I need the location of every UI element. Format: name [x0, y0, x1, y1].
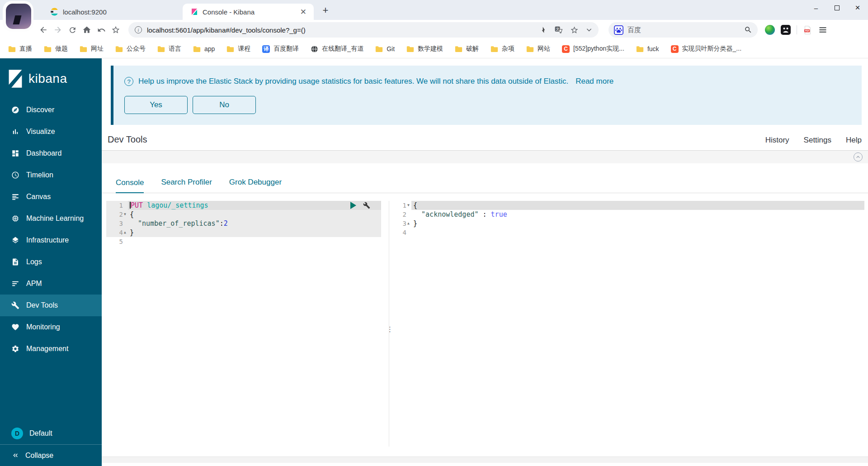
- avatar[interactable]: [6, 4, 31, 29]
- bookmark-item[interactable]: Git: [375, 45, 395, 52]
- editor-line[interactable]: 5: [106, 237, 381, 246]
- bookmark-item[interactable]: 网站: [526, 45, 550, 53]
- bookmark-item[interactable]: C实现贝叶斯分类器_...: [671, 45, 741, 53]
- fold-up-icon[interactable]: ▲: [123, 228, 128, 237]
- code-text[interactable]: }: [411, 219, 864, 228]
- help-link[interactable]: Help: [846, 136, 862, 145]
- sidebar-item-dashboard[interactable]: Dashboard: [0, 143, 102, 164]
- fold-down-icon[interactable]: ▼: [406, 201, 411, 210]
- code-text[interactable]: }: [128, 228, 381, 237]
- side-search-box[interactable]: 百度: [609, 22, 758, 38]
- code-text[interactable]: [128, 237, 381, 246]
- bookmark-item[interactable]: 课程: [226, 45, 250, 53]
- tab-console[interactable]: Console: [116, 178, 144, 193]
- code-text[interactable]: {: [128, 210, 381, 219]
- code-text[interactable]: {: [411, 201, 864, 210]
- reload-icon[interactable]: [65, 23, 80, 37]
- editor-line[interactable]: 4▲}: [106, 228, 381, 237]
- bookmark-item[interactable]: 直播: [8, 45, 32, 53]
- url-text[interactable]: localhost:5601/app/kibana#/dev_tools/con…: [147, 26, 540, 34]
- star-icon[interactable]: [570, 26, 579, 34]
- page-info-icon[interactable]: i: [135, 26, 142, 33]
- forward-icon[interactable]: [51, 23, 65, 37]
- request-editor[interactable]: 1PUT lagou/_settings2▼{3 "number_of_repl…: [106, 201, 381, 246]
- editor-line[interactable]: 1▼{: [392, 201, 864, 210]
- bookmark-item[interactable]: 译百度翻译: [262, 45, 299, 53]
- yes-button[interactable]: Yes: [124, 96, 188, 114]
- response-viewer[interactable]: 1▼{2 "acknowledged" : true3▲}4: [392, 201, 864, 237]
- sidebar-item-apm[interactable]: APM: [0, 273, 102, 295]
- sidebar-item-discover[interactable]: Discover: [0, 99, 102, 121]
- browser-tab-kibana[interactable]: Console - Kibana ✕: [183, 4, 314, 20]
- bookmark-item[interactable]: 数学建模: [406, 45, 443, 53]
- fold-up-icon[interactable]: ▲: [406, 219, 411, 228]
- sidebar-item-machine-learning[interactable]: Machine Learning: [0, 208, 102, 229]
- sidebar-item-timelion[interactable]: Timelion: [0, 164, 102, 186]
- new-tab-button[interactable]: +: [319, 4, 332, 17]
- editor-line[interactable]: 3▲}: [392, 219, 864, 228]
- chevron-down-icon[interactable]: [586, 27, 592, 33]
- bookmark-item[interactable]: app: [193, 45, 215, 52]
- bookmark-item[interactable]: 语言: [157, 45, 181, 53]
- sidebar-item-monitoring[interactable]: Monitoring: [0, 316, 102, 338]
- window-minimize-button[interactable]: –: [806, 0, 826, 15]
- sidebar-spacer: [0, 360, 102, 423]
- sidebar-item-management[interactable]: Management: [0, 338, 102, 360]
- editor-line[interactable]: 1PUT lagou/_settings: [106, 201, 381, 210]
- history-link[interactable]: History: [765, 136, 789, 145]
- fold-down-icon[interactable]: ▼: [123, 210, 128, 219]
- editor-line[interactable]: 2 "acknowledged" : true: [392, 210, 864, 219]
- tab-close-icon[interactable]: ✕: [297, 7, 309, 17]
- bookmark-item[interactable]: 网址: [80, 45, 104, 53]
- code-text[interactable]: "acknowledged" : true: [411, 210, 864, 219]
- menu-icon[interactable]: [818, 25, 827, 34]
- send-request-icon[interactable]: [350, 202, 356, 209]
- no-button[interactable]: No: [193, 96, 256, 114]
- search-icon[interactable]: [744, 26, 752, 34]
- editor-line[interactable]: 3 "number_of_replicas":2: [106, 219, 381, 228]
- code-text[interactable]: [411, 228, 864, 237]
- tab-search-profiler[interactable]: Search Profiler: [161, 178, 212, 193]
- dark-extension-icon[interactable]: [781, 25, 791, 35]
- bookmark-item[interactable]: 破解: [455, 45, 479, 53]
- editor-line[interactable]: 2▼{: [106, 210, 381, 219]
- read-more-link[interactable]: Read more: [576, 77, 613, 86]
- search-engine-label[interactable]: 百度: [627, 26, 744, 34]
- home-icon[interactable]: [80, 23, 94, 37]
- editor-scrollbar-strip[interactable]: [102, 456, 868, 463]
- browser-tab-elasticsearch[interactable]: localhost:9200: [42, 4, 180, 20]
- sidebar-item-infrastructure[interactable]: Infrastructure: [0, 229, 102, 251]
- sidebar-item-dev-tools[interactable]: Dev Tools: [0, 295, 102, 316]
- back-icon[interactable]: [36, 23, 51, 37]
- settings-link[interactable]: Settings: [804, 136, 831, 145]
- collapse-panel-icon[interactable]: [854, 152, 863, 162]
- code-text[interactable]: "number_of_replicas":2: [128, 219, 381, 228]
- window-close-button[interactable]: ×: [847, 0, 868, 15]
- window-maximize-button[interactable]: [826, 0, 847, 15]
- undo-extension-icon[interactable]: [94, 23, 108, 37]
- address-bar[interactable]: i localhost:5601/app/kibana#/dev_tools/c…: [128, 22, 599, 38]
- code-text[interactable]: PUT lagou/_settings: [128, 201, 381, 210]
- bookmark-star-icon[interactable]: [108, 23, 123, 37]
- translate-icon[interactable]: 文: [554, 26, 563, 34]
- bookmark-item[interactable]: 杂项: [491, 45, 514, 53]
- bookmark-item[interactable]: 做题: [44, 45, 68, 53]
- bookmark-item[interactable]: C[552]python实现...: [562, 45, 624, 53]
- bookmark-item[interactable]: fuck: [636, 45, 659, 52]
- folder-icon: [8, 46, 16, 52]
- sidebar-item-canvas[interactable]: Canvas: [0, 186, 102, 208]
- sidebar-collapse-button[interactable]: Collapse: [0, 444, 102, 466]
- kibana-logo[interactable]: kibana: [0, 58, 102, 99]
- editor-line[interactable]: 4: [392, 228, 864, 237]
- sidebar-item-visualize[interactable]: Visualize: [0, 121, 102, 143]
- tab-grok-debugger[interactable]: Grok Debugger: [229, 178, 282, 193]
- bookmark-item[interactable]: 在线翻译_有道: [311, 45, 363, 53]
- sidebar-item-logs[interactable]: Logs: [0, 251, 102, 273]
- pdf-extension-icon[interactable]: PDF: [803, 25, 812, 35]
- panel-resize-handle[interactable]: ⋮: [387, 325, 393, 333]
- bookmark-item[interactable]: 公众号: [115, 45, 146, 53]
- idm-extension-icon[interactable]: [765, 25, 775, 35]
- wrench-icon[interactable]: [363, 202, 370, 209]
- bolt-icon[interactable]: [540, 26, 547, 33]
- sidebar-item-default-space[interactable]: D Default: [0, 423, 102, 444]
